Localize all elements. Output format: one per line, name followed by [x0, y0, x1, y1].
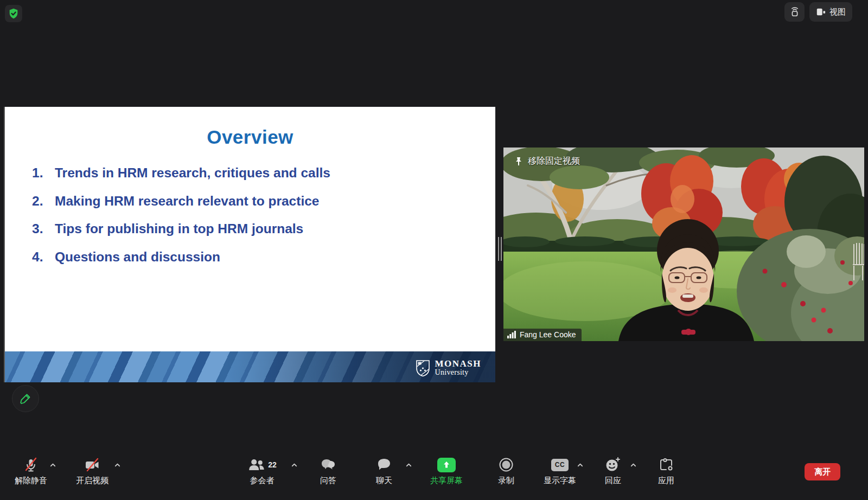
qa-label: 问答	[320, 476, 336, 486]
item-number: 1.	[32, 165, 55, 181]
record-label: 录制	[498, 476, 514, 486]
slide-list: 1. Trends in HRM research, critiques and…	[32, 165, 474, 265]
monash-logo-line1: MONASH	[435, 359, 482, 369]
shield-check-icon	[8, 8, 20, 20]
chat-options-chevron[interactable]	[404, 460, 413, 470]
unmute-button[interactable]: 解除静音	[15, 456, 47, 486]
apps-button[interactable]: 应用	[658, 456, 674, 486]
view-button[interactable]: 视图	[809, 2, 852, 22]
participants-button[interactable]: 22 参会者	[247, 456, 277, 486]
slide-title: Overview	[5, 126, 495, 148]
item-number: 3.	[32, 221, 55, 236]
chat-label: 聊天	[376, 476, 392, 486]
view-button-label: 视图	[829, 7, 846, 17]
microphone-muted-icon	[22, 456, 40, 473]
share-screen-icon	[437, 458, 456, 472]
security-shield-button[interactable]	[5, 5, 22, 22]
qa-bubbles-icon	[319, 457, 337, 473]
captions-button[interactable]: CC 显示字幕	[544, 456, 576, 486]
captions-cc-icon: CC	[551, 459, 569, 471]
video-options-chevron[interactable]	[112, 460, 122, 470]
remove-pin-button[interactable]: 移除固定视频	[514, 156, 580, 167]
record-button[interactable]: 录制	[498, 456, 514, 486]
monash-shield-icon	[416, 360, 430, 377]
participants-icon	[247, 457, 266, 473]
slide-list-item: 4. Questions and discussion	[32, 249, 474, 265]
item-number: 4.	[32, 249, 55, 265]
monash-logo: MONASH University	[416, 359, 482, 377]
camera-off-icon	[83, 456, 101, 473]
apps-icon	[658, 457, 674, 473]
annotate-button[interactable]	[12, 385, 39, 412]
audio-options-chevron[interactable]	[48, 460, 58, 470]
reactions-button[interactable]: 回应	[604, 456, 622, 486]
participants-label: 参会者	[250, 476, 274, 486]
pinned-speaker-video[interactable]: 移除固定视频 Fang Lee Cooke	[503, 148, 864, 341]
view-layout-icon	[816, 7, 826, 17]
reactions-smiley-icon	[604, 456, 622, 473]
item-text: Tips for publishing in top HRM journals	[55, 221, 303, 236]
reactions-label: 回应	[605, 476, 621, 486]
pin-icon	[514, 157, 523, 166]
audio-broadcast-button[interactable]	[784, 2, 805, 22]
participant-name-plate: Fang Lee Cooke	[503, 329, 582, 341]
pane-resize-handle[interactable]	[498, 237, 502, 261]
participants-options-chevron[interactable]	[289, 460, 299, 470]
participant-name: Fang Lee Cooke	[520, 330, 576, 339]
shared-screen-slide: Overview 1. Trends in HRM research, crit…	[4, 107, 495, 382]
share-screen-button[interactable]: 共享屏幕	[430, 456, 463, 486]
slide-footer-band: MONASH University	[5, 351, 495, 382]
item-text: Trends in HRM research, critiques and ca…	[55, 165, 330, 181]
item-text: Making HRM research relevant to practice	[55, 194, 319, 209]
item-text: Questions and discussion	[55, 249, 220, 265]
chat-bubble-icon	[375, 457, 393, 473]
captions-label: 显示字幕	[544, 476, 576, 486]
slide-list-item: 2. Making HRM research relevant to pract…	[32, 194, 474, 209]
item-number: 2.	[32, 194, 55, 209]
apps-label: 应用	[658, 476, 674, 486]
start-video-label: 开启视频	[76, 476, 108, 486]
captions-options-chevron[interactable]	[575, 460, 585, 470]
pencil-icon	[19, 392, 32, 405]
slide-list-item: 3. Tips for publishing in top HRM journa…	[32, 221, 474, 236]
qa-button[interactable]: 问答	[319, 456, 337, 486]
remove-pin-label: 移除固定视频	[528, 156, 580, 167]
share-screen-label: 共享屏幕	[430, 476, 463, 486]
leave-meeting-button[interactable]: 离开	[805, 463, 840, 480]
record-icon	[498, 457, 514, 473]
start-video-button[interactable]: 开启视频	[76, 456, 108, 486]
speaker-video-scene	[503, 148, 864, 341]
monash-logo-line2: University	[435, 369, 482, 377]
slide-list-item: 1. Trends in HRM research, critiques and…	[32, 165, 474, 181]
broadcast-device-icon	[789, 6, 801, 18]
reactions-options-chevron[interactable]	[628, 460, 638, 470]
chat-button[interactable]: 聊天	[375, 456, 393, 486]
audio-signal-icon	[507, 331, 516, 338]
participants-count: 22	[268, 460, 277, 469]
unmute-label: 解除静音	[15, 476, 47, 486]
